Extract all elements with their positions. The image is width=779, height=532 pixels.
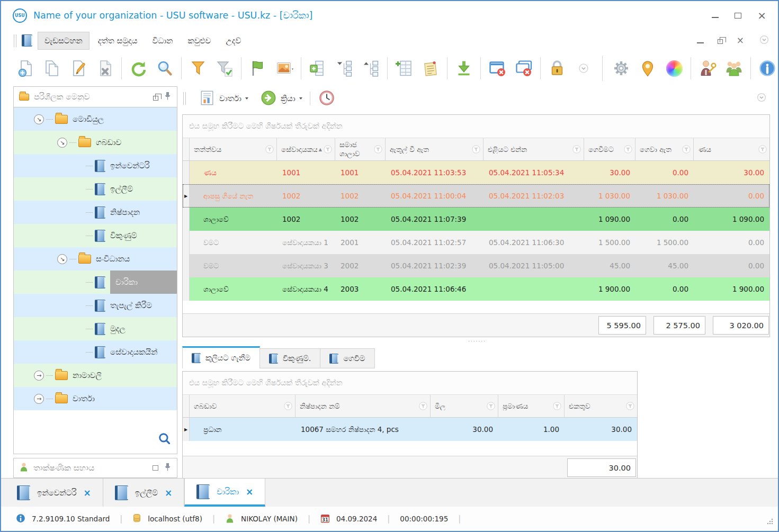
filter-check-icon[interactable] (212, 55, 237, 82)
filter-icon[interactable] (626, 402, 634, 410)
column-header[interactable]: ගෙවීමට (584, 138, 635, 160)
lock-icon[interactable] (544, 55, 570, 82)
users-group-icon[interactable] (721, 55, 747, 82)
expand-expander-icon[interactable]: → (34, 394, 44, 404)
column-header[interactable]: සමාජ ශාලාව (335, 138, 386, 160)
search-icon[interactable] (152, 55, 177, 82)
close-window-icon[interactable] (485, 55, 510, 82)
panel-float-icon[interactable] (153, 96, 158, 101)
column-header[interactable]: එළියට එන්න (483, 138, 584, 160)
download-icon[interactable] (451, 55, 477, 82)
column-header[interactable]: තත්ත්වය (190, 138, 277, 160)
tree-search-icon[interactable] (158, 432, 170, 446)
delete-document-icon[interactable] (92, 55, 118, 82)
menu-item[interactable]: කවුළුව (181, 32, 217, 49)
refresh-icon[interactable] (126, 55, 151, 82)
tab-close-icon[interactable]: × (165, 488, 172, 498)
filter-icon[interactable] (284, 402, 292, 410)
filter-icon[interactable] (472, 145, 480, 154)
tree-item-module[interactable]: චාරිකා (14, 270, 177, 294)
tree-item-folder[interactable]: ↘සංවිධානය (14, 247, 177, 270)
tree-item-module[interactable]: ඉන්වෙන්ටරි (14, 154, 177, 177)
panel-splitter[interactable]: ······· (182, 337, 770, 345)
actions-button[interactable]: ක්‍රියා (256, 87, 307, 110)
tab-close-icon[interactable]: × (84, 488, 91, 498)
tree-item-folder[interactable]: →නාමාවලි (14, 364, 177, 387)
minimize-icon[interactable] (712, 17, 719, 18)
info-icon[interactable] (16, 513, 25, 525)
column-header[interactable]: නිෂ්පාදන නම් (296, 395, 431, 417)
tree-item-folder[interactable]: ↘ගබඩාව (14, 131, 177, 154)
overflow-chevron-icon[interactable] (571, 55, 596, 82)
add-row-icon[interactable] (305, 55, 330, 82)
collapse-expander-icon[interactable]: ↘ (57, 138, 67, 148)
menu-item[interactable]: උදව් (219, 32, 247, 49)
filter-icon[interactable] (572, 145, 581, 154)
mdi-close-icon[interactable]: × (737, 36, 744, 45)
tree-collapse-icon[interactable] (358, 55, 383, 82)
filter-icon[interactable] (487, 402, 495, 410)
menu-item[interactable]: විධාන (146, 32, 179, 49)
column-header[interactable]: එකතුව (565, 395, 637, 417)
tree-item-module[interactable]: මුදල (14, 317, 177, 340)
column-header[interactable]: ණය (694, 138, 769, 160)
tree-expand-icon[interactable] (332, 55, 357, 82)
palette-icon[interactable] (661, 55, 687, 82)
close-icon[interactable]: × (757, 10, 766, 21)
document-tab[interactable]: ඉන්වෙන්ටරි× (5, 479, 103, 507)
filter-icon[interactable] (374, 145, 382, 154)
expand-expander-icon[interactable]: → (34, 371, 44, 381)
new-document-icon[interactable] (13, 55, 38, 82)
copy-document-icon[interactable] (39, 55, 65, 82)
image-icon[interactable] (272, 55, 297, 82)
tree-item-folder[interactable]: →වාර්තා (14, 387, 177, 410)
column-header[interactable]: ගබඩාව (190, 395, 296, 417)
tree-item-module[interactable]: නිෂ්පාදන (14, 201, 177, 224)
panel-pin-icon[interactable] (163, 92, 172, 102)
column-header[interactable]: සේවාදායකයා▲ (277, 138, 335, 160)
module-overflow-chevron-icon[interactable] (755, 91, 768, 106)
table-row[interactable]: ▶ආපසු ගියේ නැත1002100205.04.2021 11:00:0… (183, 184, 769, 208)
detail-tab[interactable]: විකුණුම්. (260, 348, 321, 368)
edit-document-icon[interactable] (66, 55, 91, 82)
table-row[interactable]: ශාලාවේ1002100205.04.2021 11:07:391 090.0… (183, 208, 769, 231)
tree-item-module[interactable]: ඉල්ලීම් (14, 177, 177, 201)
filter-icon[interactable] (185, 55, 211, 82)
add-column-icon[interactable] (391, 55, 417, 82)
maximize-icon[interactable] (735, 13, 741, 19)
timer-clock-button[interactable] (314, 87, 340, 111)
column-header[interactable]: මිල (431, 395, 498, 417)
filter-icon[interactable] (624, 145, 632, 154)
tab-close-icon[interactable]: × (246, 486, 253, 497)
menubar-grip[interactable] (14, 34, 16, 47)
close-all-windows-icon[interactable] (511, 55, 536, 82)
panel-pin-icon[interactable] (163, 463, 172, 473)
menu-item[interactable]: වැඩසටහන (38, 32, 89, 50)
flag-icon[interactable] (245, 55, 271, 82)
table-row[interactable]: වමටසේවාදායකයා 1200105.04.2021 11:02:5705… (183, 231, 769, 254)
document-tab[interactable]: චාරිකා× (184, 479, 265, 507)
location-icon[interactable] (635, 55, 660, 82)
mdi-minimize-icon[interactable] (697, 42, 704, 43)
resize-grip[interactable] (766, 518, 774, 527)
panel-expand-icon[interactable] (153, 465, 158, 471)
detail-tab[interactable]: ගෙවීම (320, 348, 374, 368)
table-row[interactable]: ණය1001100105.04.2021 11:03:5305.04.2021 … (183, 161, 769, 184)
detail-tab[interactable]: කුලියට ගැනීම (182, 346, 260, 368)
info-icon[interactable] (755, 55, 779, 82)
column-header[interactable]: ප්‍රමාණය (498, 395, 565, 417)
column-header[interactable]: ගෙවා ඇත (635, 138, 694, 160)
menu-item[interactable]: දත්ත සමුදාය (92, 32, 144, 49)
filter-icon[interactable] (682, 145, 691, 154)
user-key-icon[interactable] (695, 55, 720, 82)
table-row[interactable]: ශාලාවේසේවාදායකයා 4200305.04.2021 11:06:4… (183, 277, 769, 301)
tree-item-module[interactable]: තැපැල් කිරීම (14, 294, 177, 317)
document-tab[interactable]: ඉල්ලීම්× (103, 479, 184, 507)
collapse-expander-icon[interactable]: ↘ (57, 254, 67, 264)
mdi-restore-icon[interactable] (718, 39, 723, 44)
notes-icon[interactable] (418, 55, 443, 82)
column-header[interactable]: ඇතුල් වී ඇත (386, 138, 483, 160)
filter-icon[interactable] (553, 402, 561, 410)
filter-icon[interactable] (758, 145, 767, 154)
module-toolbar-grip[interactable] (183, 92, 186, 105)
